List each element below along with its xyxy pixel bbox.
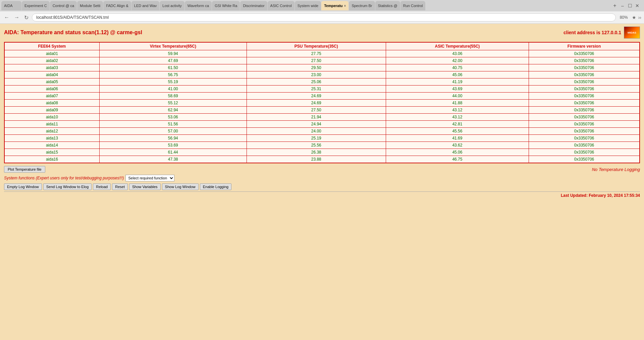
table-cell: 43.12 <box>386 107 529 114</box>
tab-aida[interactable]: AIDA <box>1 1 21 10</box>
back-button[interactable]: ← <box>3 14 11 21</box>
new-tab-button[interactable]: + <box>610 1 620 10</box>
table-cell: 27.50 <box>247 57 386 64</box>
plot-temperature-button[interactable]: Plot Temperature file <box>4 166 45 173</box>
table-cell: 51.56 <box>99 121 247 128</box>
table-cell: 61.50 <box>99 64 247 71</box>
tab-runcontrol[interactable]: Run Control <box>400 1 426 10</box>
table-cell: 55.19 <box>99 78 247 86</box>
table-header: Firmware version <box>529 42 640 50</box>
table-cell: aida09 <box>4 107 99 114</box>
table-row: aida1453.6925.5643.620x3350706 <box>4 142 640 149</box>
page-header: AIDA: Temperature and status scan(1.12) … <box>4 26 640 39</box>
tab-lost[interactable]: Lost activity <box>160 1 184 10</box>
page-content: AIDA: Temperature and status scan(1.12) … <box>0 24 644 201</box>
table-cell: 41.88 <box>386 100 529 107</box>
tab-statistics[interactable]: Statistics @ <box>375 1 400 10</box>
maximize-button[interactable]: ☐ <box>627 3 633 8</box>
table-row: aida1561.4426.3845.060x3350706 <box>4 149 640 156</box>
table-row: aida1257.0024.0045.560x3350706 <box>4 128 640 135</box>
table-cell: aida15 <box>4 149 99 156</box>
divider <box>4 191 640 192</box>
table-cell: 0x3350706 <box>529 57 640 64</box>
table-cell: aida11 <box>4 121 99 128</box>
table-cell: 57.00 <box>99 128 247 135</box>
table-row: aida0159.9427.7543.060x3350706 <box>4 50 640 57</box>
ctrl-btn-send-log-window-to-elog[interactable]: Send Log Window to Elog <box>43 183 92 190</box>
table-cell: 25.06 <box>247 78 386 86</box>
tab-temperature[interactable]: Temperatu × <box>321 1 348 10</box>
client-address: client address is 127.0.0.1 <box>564 30 621 35</box>
minimize-button[interactable]: – <box>620 3 625 8</box>
address-right-icons: ★ ›› <box>632 15 641 20</box>
table-cell: 43.62 <box>386 142 529 149</box>
tab-fadc[interactable]: FADC Align & <box>103 1 131 10</box>
tab-asic[interactable]: ASIC Control <box>268 1 294 10</box>
table-cell: 0x3350706 <box>529 71 640 78</box>
table-cell: 25.31 <box>247 86 386 93</box>
zoom-level: 80% <box>618 15 630 20</box>
ctrl-btn-show-log-window[interactable]: Show Log Window <box>162 183 199 190</box>
more-icon[interactable]: ›› <box>638 15 641 20</box>
table-cell: 43.12 <box>386 114 529 121</box>
controls-row3: Empty Log WindowSend Log Window to ElogR… <box>4 183 640 190</box>
ctrl-btn-reload[interactable]: Reload <box>93 183 111 190</box>
reload-button[interactable]: ↻ <box>23 14 30 21</box>
table-cell: 56.75 <box>99 71 247 78</box>
table-cell: 59.94 <box>99 50 247 57</box>
tab-control[interactable]: Control @ ca <box>50 1 77 10</box>
table-cell: 53.06 <box>99 114 247 121</box>
table-cell: 45.56 <box>386 128 529 135</box>
close-button[interactable]: ✕ <box>635 3 640 8</box>
ctrl-btn-empty-log-window[interactable]: Empty Log Window <box>4 183 42 190</box>
table-cell: aida04 <box>4 71 99 78</box>
tab-module[interactable]: Module Setti <box>77 1 103 10</box>
tab-experiment[interactable]: Experiment C <box>22 1 50 10</box>
ctrl-btn-enable-logging[interactable]: Enable Logging <box>200 183 231 190</box>
tab-led[interactable]: LED and Wav <box>131 1 159 10</box>
ctrl-btn-reset[interactable]: Reset <box>112 183 128 190</box>
bookmark-icon[interactable]: ★ <box>632 15 636 20</box>
table-cell: aida07 <box>4 93 99 100</box>
table-cell: 58.69 <box>99 93 247 100</box>
ctrl-btn-show-variables[interactable]: Show Variables <box>129 183 161 190</box>
table-cell: 0x3350706 <box>529 156 640 163</box>
table-row: aida1647.3823.8846.750x3350706 <box>4 156 640 163</box>
address-input[interactable] <box>32 13 616 21</box>
table-cell: 26.38 <box>247 149 386 156</box>
table-cell: 43.06 <box>386 50 529 57</box>
no-logging-status: No Temperature Logging <box>592 167 640 172</box>
table-header: PSU Temperature(35C) <box>247 42 386 50</box>
table-cell: 46.75 <box>386 156 529 163</box>
table-cell: aida16 <box>4 156 99 163</box>
tab-syswide[interactable]: System wide <box>295 1 321 10</box>
table-row: aida1053.0621.9443.120x3350706 <box>4 114 640 121</box>
temperature-table: FEE64 SystemVirtex Temperature(65C)PSU T… <box>4 42 640 163</box>
table-row: aida0855.1224.6941.880x3350706 <box>4 100 640 107</box>
table-cell: aida08 <box>4 100 99 107</box>
table-row: aida0555.1925.0641.190x3350706 <box>4 78 640 86</box>
table-row: aida1151.5624.9442.810x3350706 <box>4 121 640 128</box>
table-cell: 41.19 <box>386 78 529 86</box>
logo: MIDAS <box>624 26 640 39</box>
function-select[interactable]: Select required function <box>125 175 174 181</box>
table-cell: 62.94 <box>99 107 247 114</box>
forward-button[interactable]: → <box>13 14 21 21</box>
table-cell: 42.00 <box>386 57 529 64</box>
tab-spectrum[interactable]: Spectrum Br <box>349 1 375 10</box>
table-cell: 42.81 <box>386 121 529 128</box>
table-cell: 25.56 <box>247 142 386 149</box>
table-cell: 53.69 <box>99 142 247 149</box>
table-cell: 27.75 <box>247 50 386 57</box>
tab-discriminator[interactable]: Discriminator <box>240 1 267 10</box>
table-cell: aida02 <box>4 57 99 64</box>
table-cell: 29.50 <box>247 64 386 71</box>
table-cell: 24.69 <box>247 100 386 107</box>
tab-close-icon[interactable]: × <box>344 4 346 8</box>
table-cell: 56.94 <box>99 135 247 142</box>
table-cell: aida06 <box>4 86 99 93</box>
table-header: Virtex Temperature(65C) <box>99 42 247 50</box>
tab-gsi[interactable]: GSI White Ra <box>212 1 240 10</box>
table-cell: 47.38 <box>99 156 247 163</box>
tab-waveform[interactable]: Waveform ca <box>185 1 212 10</box>
